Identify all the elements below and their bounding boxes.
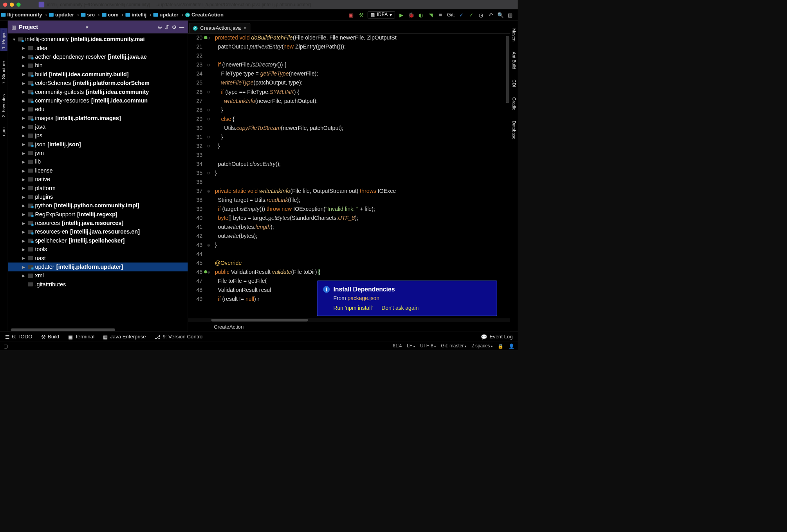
- tree-item[interactable]: ▶updater [intellij.platform.updater]: [8, 262, 188, 271]
- expand-icon[interactable]: ▶: [22, 46, 26, 50]
- expand-icon[interactable]: ▶: [22, 230, 26, 234]
- tool-stripe-button[interactable]: npm: [1, 127, 6, 136]
- breadcrumb-segment[interactable]: updater›: [153, 12, 185, 18]
- tree-item[interactable]: ▶jps: [8, 131, 188, 140]
- profile-icon[interactable]: ◥: [428, 11, 434, 18]
- horizontal-scrollbar[interactable]: [8, 328, 188, 331]
- breadcrumb-segment[interactable]: com›: [102, 12, 125, 18]
- tree-item[interactable]: ▶.idea: [8, 44, 188, 52]
- cursor-position[interactable]: 61:4: [393, 343, 402, 349]
- tool-stripe-button[interactable]: Database: [511, 121, 516, 140]
- tree-item[interactable]: ▶spellchecker [intellij.spellchecker]: [8, 236, 188, 245]
- search-icon[interactable]: 🔍: [497, 11, 504, 18]
- tree-item[interactable]: ▶community-guitests [intellij.idea.commu…: [8, 88, 188, 96]
- expand-icon[interactable]: ▶: [22, 134, 26, 138]
- expand-icon[interactable]: ▶: [22, 107, 26, 111]
- expand-icon[interactable]: ▶: [22, 247, 26, 252]
- run-icon[interactable]: ▶: [398, 11, 405, 18]
- debug-icon[interactable]: 🐞: [408, 11, 415, 18]
- expand-icon[interactable]: ▶: [22, 221, 26, 225]
- expand-icon[interactable]: ▶: [22, 90, 26, 94]
- expand-icon[interactable]: ▶: [22, 81, 26, 85]
- tree-item[interactable]: ▶edu: [8, 105, 188, 113]
- breadcrumb-segment[interactable]: CCreateAction: [185, 12, 224, 18]
- fold-icon[interactable]: ⊖: [207, 142, 210, 151]
- hide-icon[interactable]: —: [179, 24, 184, 30]
- hammer-icon[interactable]: ⚒: [358, 11, 365, 18]
- git-branch[interactable]: Git: master ♦: [441, 343, 466, 349]
- update-icon[interactable]: ✓: [458, 11, 465, 18]
- breadcrumb-segment[interactable]: updater›: [49, 12, 80, 18]
- code-area[interactable]: 2021222324252627282930313233343536373839…: [188, 34, 510, 318]
- close-icon[interactable]: [3, 3, 7, 7]
- tree-item[interactable]: ▶platform: [8, 184, 188, 192]
- tool-windows-icon[interactable]: ▢: [4, 343, 8, 349]
- fold-icon[interactable]: ⊖: [207, 268, 210, 277]
- bottom-tool-button[interactable]: ▦Java Enterprise: [103, 334, 146, 340]
- stop-icon[interactable]: ■: [437, 11, 444, 18]
- tree-item[interactable]: ▶uast: [8, 254, 188, 262]
- fold-icon[interactable]: ⊖: [207, 88, 210, 97]
- expand-icon[interactable]: ▶: [22, 64, 26, 68]
- tree-item[interactable]: ▶java: [8, 122, 188, 131]
- bottom-tool-button[interactable]: ⎇9: Version Control: [155, 334, 204, 340]
- tree-root[interactable]: ▼intellij-community [intellij.idea.commu…: [8, 35, 188, 43]
- editor-breadcrumb[interactable]: CreateAction: [188, 322, 510, 332]
- fold-icon[interactable]: ⊖: [207, 106, 210, 115]
- expand-icon[interactable]: ▶: [22, 239, 26, 243]
- tree-item[interactable]: ▶tools: [8, 245, 188, 253]
- commit-icon[interactable]: ✓: [468, 11, 475, 18]
- fold-gutter[interactable]: ⊖⊖⊖⊖⊖⊖⊖⊖⊖⊖⊖: [206, 34, 212, 318]
- tree-item[interactable]: ▶jvm: [8, 149, 188, 157]
- bottom-tool-button[interactable]: ▣Terminal: [68, 334, 94, 340]
- settings-icon[interactable]: ▥: [507, 11, 514, 18]
- breadcrumb-segment[interactable]: llij-community›: [1, 12, 49, 18]
- fold-icon[interactable]: ⊖: [207, 34, 210, 43]
- expand-icon[interactable]: ▶: [22, 142, 26, 147]
- expand-icon[interactable]: ▶: [22, 116, 26, 120]
- fold-icon[interactable]: ⊖: [207, 169, 210, 178]
- tree-item[interactable]: ▶resources [intellij.java.resources]: [8, 219, 188, 227]
- tool-stripe-button[interactable]: CDI: [511, 79, 516, 87]
- exit-icon[interactable]: ▣: [348, 11, 355, 18]
- expand-icon[interactable]: ▶: [22, 273, 26, 278]
- tree-item[interactable]: ▶resources-en [intellij.java.resources.e…: [8, 228, 188, 236]
- tree-item[interactable]: ▶images [intellij.platform.images]: [8, 114, 188, 122]
- coverage-icon[interactable]: ◐: [418, 11, 424, 18]
- breadcrumb-segment[interactable]: src›: [81, 12, 101, 18]
- tree-item[interactable]: ▶bin: [8, 61, 188, 70]
- expand-icon[interactable]: ▼: [13, 37, 16, 41]
- expand-icon[interactable]: ▶: [22, 203, 26, 208]
- fold-icon[interactable]: ⊖: [207, 61, 210, 70]
- tree-item[interactable]: ▶community-resources [intellij.idea.comm…: [8, 96, 188, 105]
- tree-item[interactable]: ▶json [intellij.json]: [8, 140, 188, 149]
- run-configuration-selector[interactable]: ▦ IDEA ▾: [368, 11, 395, 18]
- project-tree[interactable]: ▼intellij-community [intellij.idea.commu…: [8, 34, 188, 328]
- tree-item[interactable]: ▶build [intellij.idea.community.build]: [8, 70, 188, 79]
- run-npm-install-link[interactable]: Run 'npm install': [333, 305, 373, 311]
- tool-stripe-button[interactable]: 2: Favorites: [1, 94, 6, 117]
- indent-setting[interactable]: 2 spaces ♦: [471, 343, 493, 349]
- close-icon[interactable]: ×: [244, 25, 247, 31]
- bottom-tool-button[interactable]: ☰6: TODO: [5, 334, 32, 340]
- tree-item[interactable]: ▶colorSchemes [intellij.platform.colorSc…: [8, 79, 188, 87]
- tool-stripe-button[interactable]: Gradle: [511, 97, 516, 111]
- expand-icon[interactable]: ▶: [22, 169, 26, 173]
- fold-icon[interactable]: ⊖: [207, 187, 210, 196]
- horizontal-scrollbar[interactable]: [188, 318, 510, 322]
- tree-item[interactable]: ▶plugins: [8, 192, 188, 201]
- tree-item[interactable]: ▶license: [8, 166, 188, 175]
- history-icon[interactable]: ◷: [478, 11, 484, 18]
- tree-item[interactable]: ▶RegExpSupport [intellij.regexp]: [8, 210, 188, 219]
- dont-ask-again-link[interactable]: Don't ask again: [381, 305, 419, 311]
- maximize-icon[interactable]: [16, 3, 21, 7]
- collapse-icon[interactable]: ⇵: [165, 24, 169, 30]
- file-encoding[interactable]: UTF-8 ♦: [420, 343, 436, 349]
- gear-icon[interactable]: ⚙: [172, 24, 177, 30]
- fold-icon[interactable]: ⊖: [207, 133, 210, 142]
- event-log-button[interactable]: 💬 Event Log: [481, 334, 513, 340]
- tree-item[interactable]: ▶aether-dependency-resolver [intellij.ja…: [8, 52, 188, 61]
- tree-item[interactable]: ▶python [intellij.python.community.impl]: [8, 201, 188, 210]
- lock-icon[interactable]: 🔒: [498, 343, 503, 349]
- chevron-down-icon[interactable]: ▾: [86, 24, 88, 30]
